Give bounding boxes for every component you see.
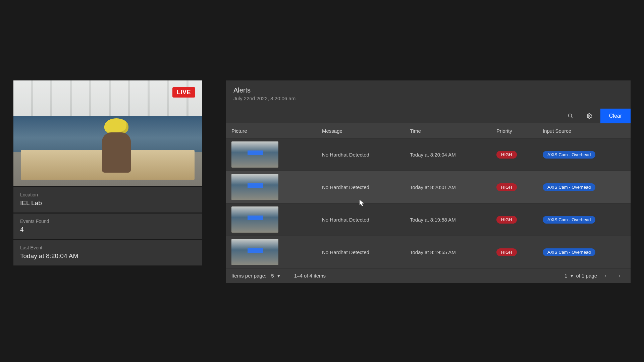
- alert-thumbnail[interactable]: [231, 239, 278, 265]
- col-priority: Priority: [496, 128, 543, 134]
- person-torso: [102, 132, 131, 173]
- info-card-last-event: Last Event Today at 8:20:04 AM: [13, 240, 202, 265]
- items-range: 1–4 of 4 items: [294, 273, 326, 279]
- info-value: IEL Lab: [20, 199, 195, 207]
- next-page-button[interactable]: ›: [614, 271, 625, 281]
- table-row[interactable]: No Hardhat DetectedToday at 8:19:58 AMHI…: [226, 203, 631, 236]
- svg-point-2: [589, 115, 590, 117]
- priority-badge: HIGH: [496, 216, 517, 224]
- priority-badge: HIGH: [496, 183, 517, 191]
- col-time: Time: [410, 128, 496, 134]
- alerts-header: Alerts July 22nd 2022, 8:20:06 am: [226, 80, 631, 105]
- alerts-panel: Alerts July 22nd 2022, 8:20:06 am Clear …: [226, 80, 631, 283]
- alert-thumbnail[interactable]: [231, 206, 278, 233]
- video-feed[interactable]: LIVE: [13, 80, 202, 186]
- alert-time: Today at 8:19:55 AM: [410, 249, 496, 255]
- info-value: Today at 8:20:04 AM: [20, 252, 195, 260]
- chevron-down-icon: ▾: [571, 273, 573, 279]
- info-card-location: Location IEL Lab: [13, 187, 202, 213]
- page-number-select[interactable]: 1 ▾: [565, 273, 574, 279]
- col-message: Message: [322, 128, 410, 134]
- info-label: Events Found: [20, 219, 195, 224]
- source-badge: AXIS Cam - Overhead: [543, 216, 595, 224]
- source-badge: AXIS Cam - Overhead: [543, 183, 595, 191]
- pagination: Items per page: 5 ▾ 1–4 of 4 items 1 ▾ o…: [226, 268, 631, 283]
- prev-page-button[interactable]: ‹: [600, 271, 611, 281]
- info-label: Last Event: [20, 245, 195, 250]
- alert-time: Today at 8:19:58 AM: [410, 217, 496, 223]
- alert-time: Today at 8:20:04 AM: [410, 152, 496, 158]
- table-row[interactable]: No Hardhat DetectedToday at 8:20:04 AMHI…: [226, 138, 631, 171]
- info-label: Location: [20, 192, 195, 197]
- alert-message: No Hardhat Detected: [322, 152, 410, 158]
- alerts-title: Alerts: [233, 86, 623, 94]
- hardhat-icon: [104, 118, 128, 134]
- items-per-page-select[interactable]: 5 ▾: [271, 273, 280, 279]
- alerts-timestamp: July 22nd 2022, 8:20:06 am: [233, 96, 623, 101]
- clear-button[interactable]: Clear: [600, 109, 631, 123]
- chevron-down-icon: ▾: [277, 273, 280, 279]
- svg-point-0: [568, 114, 572, 117]
- info-card-events-found: Events Found 4: [13, 214, 202, 239]
- table-row[interactable]: No Hardhat DetectedToday at 8:20:01 AMHI…: [226, 171, 631, 203]
- alert-time: Today at 8:20:01 AM: [410, 184, 496, 190]
- table-row[interactable]: No Hardhat DetectedToday at 8:19:55 AMHI…: [226, 236, 631, 268]
- priority-badge: HIGH: [496, 248, 517, 256]
- info-value: 4: [20, 226, 195, 233]
- live-badge: LIVE: [172, 87, 195, 98]
- page-total: of 1 page: [576, 273, 597, 279]
- col-source: Input Source: [543, 128, 625, 134]
- col-picture: Picture: [231, 128, 322, 134]
- alert-thumbnail[interactable]: [231, 141, 278, 168]
- alerts-table-body: No Hardhat DetectedToday at 8:20:04 AMHI…: [226, 138, 631, 268]
- alert-message: No Hardhat Detected: [322, 249, 410, 255]
- video-bg-ceiling: [13, 80, 202, 117]
- gear-icon[interactable]: [582, 109, 597, 123]
- svg-line-1: [571, 117, 573, 118]
- alert-message: No Hardhat Detected: [322, 184, 410, 190]
- alerts-table-header: Picture Message Time Priority Input Sour…: [226, 123, 631, 138]
- alerts-toolbar: Clear: [226, 105, 631, 123]
- video-person: [96, 118, 137, 179]
- priority-badge: HIGH: [496, 151, 517, 159]
- left-panel: LIVE Location IEL Lab Events Found 4 Las…: [13, 80, 202, 283]
- source-badge: AXIS Cam - Overhead: [543, 151, 595, 159]
- alert-message: No Hardhat Detected: [322, 217, 410, 223]
- alert-thumbnail[interactable]: [231, 174, 278, 200]
- items-per-page-label: Items per page:: [231, 273, 266, 279]
- source-badge: AXIS Cam - Overhead: [543, 248, 595, 256]
- search-icon[interactable]: [563, 109, 578, 123]
